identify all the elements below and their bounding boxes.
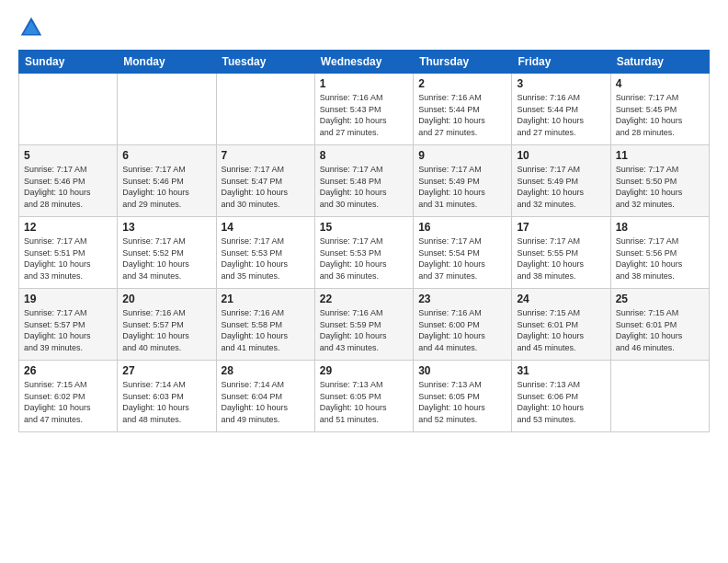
day-number: 12 xyxy=(24,221,112,234)
day-info: Sunrise: 7:17 AM Sunset: 5:52 PM Dayligh… xyxy=(122,236,210,282)
weekday-header-tuesday: Tuesday xyxy=(216,51,314,74)
day-number: 6 xyxy=(122,149,210,162)
calendar-cell: 1Sunrise: 7:16 AM Sunset: 5:43 PM Daylig… xyxy=(314,74,413,145)
calendar-cell: 31Sunrise: 7:13 AM Sunset: 6:06 PM Dayli… xyxy=(512,361,610,432)
day-number: 9 xyxy=(418,149,506,162)
calendar-cell xyxy=(118,74,216,145)
calendar-cell: 5Sunrise: 7:17 AM Sunset: 5:46 PM Daylig… xyxy=(19,145,118,217)
day-info: Sunrise: 7:14 AM Sunset: 6:03 PM Dayligh… xyxy=(122,379,210,425)
calendar-cell: 7Sunrise: 7:17 AM Sunset: 5:47 PM Daylig… xyxy=(216,145,314,217)
day-number: 27 xyxy=(122,364,210,377)
day-info: Sunrise: 7:17 AM Sunset: 5:53 PM Dayligh… xyxy=(320,236,408,282)
day-info: Sunrise: 7:16 AM Sunset: 5:43 PM Dayligh… xyxy=(320,92,408,138)
calendar-cell: 22Sunrise: 7:16 AM Sunset: 5:59 PM Dayli… xyxy=(314,289,413,361)
day-number: 26 xyxy=(24,364,112,377)
weekday-header-saturday: Saturday xyxy=(610,51,709,74)
day-number: 20 xyxy=(122,293,210,305)
weekday-header-thursday: Thursday xyxy=(414,51,512,74)
day-info: Sunrise: 7:17 AM Sunset: 5:45 PM Dayligh… xyxy=(616,92,704,138)
weekday-header-sunday: Sunday xyxy=(19,51,118,74)
day-info: Sunrise: 7:17 AM Sunset: 5:49 PM Dayligh… xyxy=(517,164,605,210)
calendar-cell: 29Sunrise: 7:13 AM Sunset: 6:05 PM Dayli… xyxy=(314,361,413,432)
day-number: 2 xyxy=(418,77,506,90)
logo-icon xyxy=(18,15,44,40)
day-number: 8 xyxy=(320,149,408,162)
day-info: Sunrise: 7:17 AM Sunset: 5:57 PM Dayligh… xyxy=(24,307,112,353)
day-info: Sunrise: 7:17 AM Sunset: 5:48 PM Dayligh… xyxy=(320,164,408,210)
day-info: Sunrise: 7:13 AM Sunset: 6:05 PM Dayligh… xyxy=(320,379,408,425)
day-info: Sunrise: 7:17 AM Sunset: 5:50 PM Dayligh… xyxy=(616,164,704,210)
calendar-cell: 20Sunrise: 7:16 AM Sunset: 5:57 PM Dayli… xyxy=(118,289,216,361)
day-number: 7 xyxy=(222,149,310,162)
weekday-header-monday: Monday xyxy=(118,51,216,74)
calendar-week-row: 19Sunrise: 7:17 AM Sunset: 5:57 PM Dayli… xyxy=(19,289,710,361)
weekday-header-row: SundayMondayTuesdayWednesdayThursdayFrid… xyxy=(19,51,710,74)
day-info: Sunrise: 7:16 AM Sunset: 5:44 PM Dayligh… xyxy=(517,92,605,138)
day-info: Sunrise: 7:15 AM Sunset: 6:01 PM Dayligh… xyxy=(517,307,605,353)
calendar-cell: 24Sunrise: 7:15 AM Sunset: 6:01 PM Dayli… xyxy=(512,289,610,361)
day-number: 24 xyxy=(517,293,605,305)
calendar-cell: 26Sunrise: 7:15 AM Sunset: 6:02 PM Dayli… xyxy=(19,361,118,432)
calendar-cell: 16Sunrise: 7:17 AM Sunset: 5:54 PM Dayli… xyxy=(414,217,512,289)
day-info: Sunrise: 7:16 AM Sunset: 6:00 PM Dayligh… xyxy=(418,307,506,353)
day-info: Sunrise: 7:16 AM Sunset: 5:58 PM Dayligh… xyxy=(222,307,310,353)
calendar-cell: 9Sunrise: 7:17 AM Sunset: 5:49 PM Daylig… xyxy=(414,145,512,217)
day-number: 25 xyxy=(616,293,704,305)
calendar-cell: 6Sunrise: 7:17 AM Sunset: 5:46 PM Daylig… xyxy=(118,145,216,217)
calendar-cell: 18Sunrise: 7:17 AM Sunset: 5:56 PM Dayli… xyxy=(610,217,709,289)
day-number: 31 xyxy=(517,364,605,377)
calendar-cell: 23Sunrise: 7:16 AM Sunset: 6:00 PM Dayli… xyxy=(414,289,512,361)
day-number: 14 xyxy=(222,221,310,234)
day-number: 4 xyxy=(616,77,704,90)
day-number: 16 xyxy=(418,221,506,234)
page: SundayMondayTuesdayWednesdayThursdayFrid… xyxy=(0,0,728,563)
day-number: 22 xyxy=(320,293,408,305)
day-number: 28 xyxy=(222,364,310,377)
logo xyxy=(18,15,48,40)
calendar-week-row: 26Sunrise: 7:15 AM Sunset: 6:02 PM Dayli… xyxy=(19,361,710,432)
calendar-cell: 25Sunrise: 7:15 AM Sunset: 6:01 PM Dayli… xyxy=(610,289,709,361)
day-number: 23 xyxy=(418,293,506,305)
calendar-cell: 3Sunrise: 7:16 AM Sunset: 5:44 PM Daylig… xyxy=(512,74,610,145)
calendar-cell: 8Sunrise: 7:17 AM Sunset: 5:48 PM Daylig… xyxy=(314,145,413,217)
weekday-header-wednesday: Wednesday xyxy=(314,51,413,74)
day-number: 3 xyxy=(517,77,605,90)
day-number: 29 xyxy=(320,364,408,377)
calendar-week-row: 5Sunrise: 7:17 AM Sunset: 5:46 PM Daylig… xyxy=(19,145,710,217)
day-info: Sunrise: 7:13 AM Sunset: 6:05 PM Dayligh… xyxy=(418,379,506,425)
day-info: Sunrise: 7:17 AM Sunset: 5:51 PM Dayligh… xyxy=(24,236,112,282)
calendar-week-row: 12Sunrise: 7:17 AM Sunset: 5:51 PM Dayli… xyxy=(19,217,710,289)
calendar-cell xyxy=(610,361,709,432)
day-info: Sunrise: 7:16 AM Sunset: 5:59 PM Dayligh… xyxy=(320,307,408,353)
day-info: Sunrise: 7:17 AM Sunset: 5:55 PM Dayligh… xyxy=(517,236,605,282)
day-info: Sunrise: 7:16 AM Sunset: 5:44 PM Dayligh… xyxy=(418,92,506,138)
day-number: 18 xyxy=(616,221,704,234)
calendar-cell: 12Sunrise: 7:17 AM Sunset: 5:51 PM Dayli… xyxy=(19,217,118,289)
calendar-cell: 19Sunrise: 7:17 AM Sunset: 5:57 PM Dayli… xyxy=(19,289,118,361)
day-info: Sunrise: 7:16 AM Sunset: 5:57 PM Dayligh… xyxy=(122,307,210,353)
day-info: Sunrise: 7:13 AM Sunset: 6:06 PM Dayligh… xyxy=(517,379,605,425)
day-info: Sunrise: 7:17 AM Sunset: 5:54 PM Dayligh… xyxy=(418,236,506,282)
day-number: 21 xyxy=(222,293,310,305)
calendar-cell: 27Sunrise: 7:14 AM Sunset: 6:03 PM Dayli… xyxy=(118,361,216,432)
day-number: 10 xyxy=(517,149,605,162)
day-info: Sunrise: 7:15 AM Sunset: 6:01 PM Dayligh… xyxy=(616,307,704,353)
calendar-table: SundayMondayTuesdayWednesdayThursdayFrid… xyxy=(18,50,710,432)
header-area xyxy=(18,15,710,40)
day-info: Sunrise: 7:17 AM Sunset: 5:49 PM Dayligh… xyxy=(418,164,506,210)
day-info: Sunrise: 7:17 AM Sunset: 5:46 PM Dayligh… xyxy=(122,164,210,210)
day-number: 30 xyxy=(418,364,506,377)
calendar-cell: 2Sunrise: 7:16 AM Sunset: 5:44 PM Daylig… xyxy=(414,74,512,145)
calendar-week-row: 1Sunrise: 7:16 AM Sunset: 5:43 PM Daylig… xyxy=(19,74,710,145)
calendar-cell: 28Sunrise: 7:14 AM Sunset: 6:04 PM Dayli… xyxy=(216,361,314,432)
weekday-header-friday: Friday xyxy=(512,51,610,74)
day-number: 13 xyxy=(122,221,210,234)
day-info: Sunrise: 7:17 AM Sunset: 5:56 PM Dayligh… xyxy=(616,236,704,282)
day-info: Sunrise: 7:17 AM Sunset: 5:47 PM Dayligh… xyxy=(222,164,310,210)
calendar-cell: 13Sunrise: 7:17 AM Sunset: 5:52 PM Dayli… xyxy=(118,217,216,289)
calendar-cell xyxy=(216,74,314,145)
calendar-cell: 11Sunrise: 7:17 AM Sunset: 5:50 PM Dayli… xyxy=(610,145,709,217)
calendar-cell xyxy=(19,74,118,145)
day-info: Sunrise: 7:17 AM Sunset: 5:46 PM Dayligh… xyxy=(24,164,112,210)
day-info: Sunrise: 7:15 AM Sunset: 6:02 PM Dayligh… xyxy=(24,379,112,425)
